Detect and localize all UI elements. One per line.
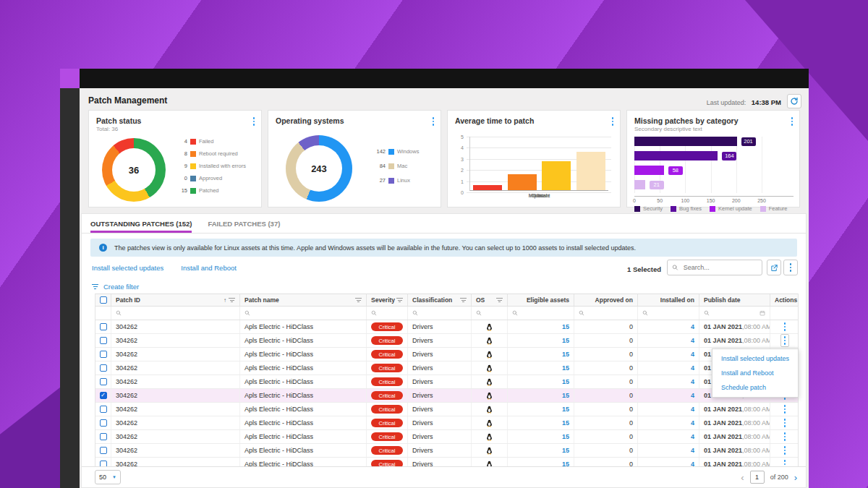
publish-time: ,08:00 AM (742, 433, 770, 440)
column-search-severity[interactable] (367, 307, 408, 320)
linux-icon (486, 392, 493, 400)
asset-count-link[interactable]: 4 (691, 419, 694, 427)
asset-count-link[interactable]: 15 (562, 323, 569, 330)
card-menu-icon[interactable] (791, 117, 793, 126)
column-search-publish_date[interactable] (699, 307, 770, 320)
asset-count-link[interactable]: 15 (562, 364, 569, 372)
install-selected-updates-link[interactable]: Install selected updates (92, 264, 163, 272)
asset-count-link[interactable]: 15 (562, 406, 569, 413)
legend-label: Reboot required (199, 150, 238, 157)
asset-count-link[interactable]: 4 (691, 323, 694, 330)
row-checkbox[interactable] (100, 406, 107, 413)
next-page-button[interactable]: › (794, 473, 797, 482)
column-search-classification[interactable] (408, 307, 472, 320)
table-row[interactable]: 304262Apls Electric - HiDClassCriticalDr… (95, 361, 798, 375)
row-checkbox[interactable] (100, 323, 107, 330)
table-row[interactable]: 304262Apls Electric - HiDClassCriticalDr… (95, 430, 798, 444)
current-page-input[interactable]: 1 (750, 471, 765, 484)
cell-actions (770, 430, 799, 443)
table-row[interactable]: 304262Apls Electric - HiDClassCriticalDr… (95, 403, 798, 416)
sort-asc-icon[interactable]: ↑ (224, 297, 226, 304)
select-all-checkbox[interactable] (100, 296, 107, 304)
row-checkbox[interactable] (100, 447, 107, 454)
card-menu-icon[interactable] (253, 117, 255, 126)
legend-label: Patched (199, 187, 219, 194)
filter-icon[interactable] (396, 298, 403, 302)
row-actions-button[interactable] (781, 403, 789, 415)
page-size-select[interactable]: 50 ▼ (95, 470, 121, 484)
table-row[interactable]: 304262Apls Electric - HiDClassCriticalDr… (95, 334, 798, 348)
table-row[interactable]: 304262Apls Electric - HiDClassCriticalDr… (95, 389, 798, 403)
table-row[interactable]: 304262Apls Electric - HiDClassCriticalDr… (95, 375, 798, 389)
asset-count-link[interactable]: 4 (691, 364, 694, 372)
asset-count-link[interactable]: 4 (691, 447, 694, 454)
asset-count-link[interactable]: 4 (691, 337, 694, 344)
filter-icon[interactable] (229, 298, 235, 302)
table-more-button[interactable] (783, 260, 798, 275)
cell-os (472, 444, 508, 457)
asset-count-link[interactable]: 15 (562, 378, 569, 385)
row-checkbox[interactable] (100, 337, 107, 344)
row-actions-button[interactable] (780, 334, 790, 347)
row-checkbox[interactable] (100, 364, 107, 372)
table-row[interactable]: 304262Apls Electric - HiDClassCriticalDr… (95, 348, 798, 361)
linux-icon (486, 419, 493, 427)
column-search-patch_id[interactable] (111, 307, 240, 320)
create-filter[interactable]: Create filter (92, 283, 139, 291)
calendar-icon[interactable] (760, 310, 765, 316)
row-checkbox[interactable] (100, 378, 107, 385)
column-search-installed_on[interactable] (638, 307, 699, 320)
table-search[interactable] (667, 260, 762, 275)
linux-icon (486, 364, 493, 372)
export-button[interactable] (767, 260, 781, 275)
row-actions-button[interactable] (781, 417, 789, 429)
tab-failed-patches[interactable]: FAILED PATCHES (37) (208, 214, 280, 233)
column-search-eligible_assets[interactable] (508, 307, 574, 320)
asset-count-link[interactable]: 15 (562, 433, 569, 440)
menu-item-install-selected-updates[interactable]: Install selected updates (712, 351, 798, 366)
search-input[interactable] (682, 263, 757, 272)
cell-checkbox (95, 430, 111, 443)
asset-count-link[interactable]: 4 (691, 433, 694, 440)
legend-swatch (760, 206, 766, 212)
asset-count-link[interactable]: 15 (562, 337, 569, 344)
asset-count-link[interactable]: 15 (562, 351, 569, 358)
filter-icon[interactable] (460, 298, 467, 302)
table-row[interactable]: 304262Apls Electric - HiDClassCriticalDr… (95, 320, 798, 334)
filter-icon[interactable] (496, 298, 503, 302)
asset-count-link[interactable]: 4 (691, 351, 694, 358)
install-and-reboot-link[interactable]: Install and Reboot (181, 264, 237, 272)
tab-outstanding-patches[interactable]: OUTSTANDING PATCHES (152) (90, 214, 192, 233)
asset-count-link[interactable]: 15 (562, 419, 569, 427)
row-actions-button[interactable] (781, 431, 789, 442)
table-row[interactable]: 304262Apls Electric - HiDClassCriticalDr… (95, 416, 798, 430)
cell-patch_id: 304262 (111, 444, 240, 457)
column-search-patch_name[interactable] (240, 307, 367, 320)
column-search-approved_on[interactable] (574, 307, 638, 320)
table-row[interactable]: 304262Apls Electric - HiDClassCriticalDr… (95, 444, 798, 458)
card-menu-icon[interactable] (612, 117, 614, 126)
filter-icon[interactable] (355, 298, 362, 302)
menu-item-schedule-patch[interactable]: Schedule patch (712, 380, 798, 395)
row-actions-button[interactable] (781, 321, 789, 333)
row-checkbox[interactable] (100, 351, 107, 358)
menu-item-install-and-reboot[interactable]: Install and Reboot (712, 366, 798, 380)
column-search-os[interactable] (472, 307, 508, 320)
asset-count-link[interactable]: 4 (691, 406, 694, 413)
asset-count-link[interactable]: 4 (691, 392, 694, 399)
cell-classification: Drivers (408, 444, 472, 457)
refresh-button[interactable] (787, 94, 801, 108)
header-checkbox-cell (95, 294, 111, 306)
asset-count-link[interactable]: 15 (562, 392, 569, 399)
asset-count-link[interactable]: 15 (562, 447, 569, 454)
legend-swatch (190, 139, 196, 145)
row-checkbox[interactable] (100, 392, 107, 399)
asset-count-link[interactable]: 4 (691, 378, 694, 385)
row-checkbox[interactable] (100, 433, 107, 440)
cell-installed_on: 4 (638, 361, 699, 374)
previous-page-button[interactable]: ‹ (741, 473, 744, 482)
legend-label: Mac (397, 163, 407, 169)
row-checkbox[interactable] (100, 419, 107, 427)
row-actions-button[interactable] (781, 445, 789, 456)
card-menu-icon[interactable] (433, 117, 435, 126)
